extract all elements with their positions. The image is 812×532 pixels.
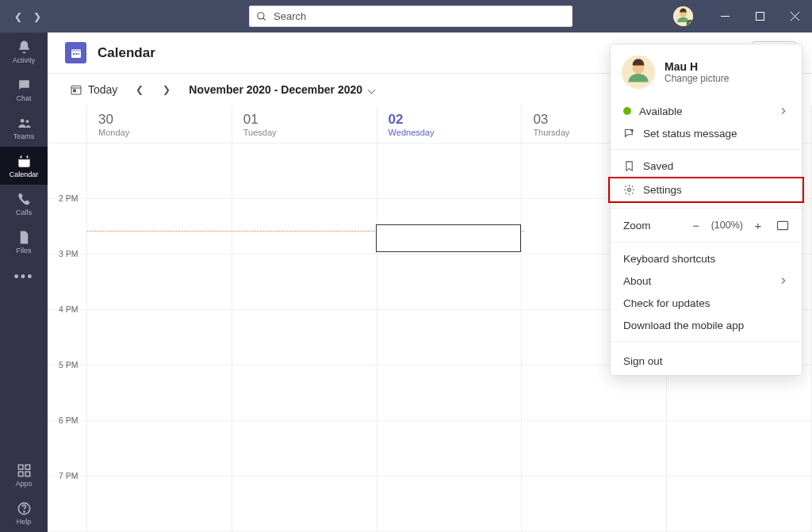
svg-rect-16 <box>18 472 23 477</box>
status-row[interactable]: Available <box>611 100 802 122</box>
prev-period-button[interactable]: ❮ <box>130 80 149 99</box>
nav-more[interactable]: ••• <box>14 261 34 293</box>
day-number: 30 <box>98 112 224 128</box>
day-number: 01 <box>243 112 369 128</box>
calendar-icon <box>17 154 32 169</box>
profile-menu-avatar[interactable] <box>622 55 655 89</box>
svg-rect-32 <box>778 221 788 229</box>
edit-status-icon <box>623 128 635 140</box>
svg-rect-24 <box>78 53 79 55</box>
minimize-button[interactable] <box>707 0 742 33</box>
apps-icon <box>17 463 32 478</box>
titlebar: ❮ ❯ Search <box>0 0 812 33</box>
set-status-label: Set status message <box>643 128 737 140</box>
nav-activity[interactable]: Activity <box>0 33 48 71</box>
hour-label: 7 PM <box>48 471 86 480</box>
nav-label: Help <box>17 518 32 526</box>
set-status-row[interactable]: Set status message <box>611 122 802 144</box>
status-label: Available <box>639 105 683 117</box>
download-app-row[interactable]: Download the mobile app <box>611 314 802 336</box>
check-updates-label: Check for updates <box>623 297 710 309</box>
change-picture-link[interactable]: Change picture <box>665 73 729 84</box>
today-label: Today <box>88 83 117 96</box>
shortcuts-label: Keyboard shortcuts <box>623 253 715 265</box>
sign-out-row[interactable]: Sign out <box>611 346 802 375</box>
download-app-label: Download the mobile app <box>623 320 744 331</box>
day-column[interactable]: 02Wednesday <box>377 105 523 532</box>
status-available-icon <box>623 107 631 115</box>
bell-icon <box>17 40 32 55</box>
svg-point-8 <box>20 118 24 122</box>
history-nav: ❮ ❯ <box>14 11 41 22</box>
calendar-app-icon <box>65 42 86 63</box>
zoom-in-button[interactable]: + <box>749 216 767 234</box>
nav-label: Files <box>16 247 31 255</box>
day-column[interactable]: 30Monday <box>87 105 232 532</box>
day-number: 02 <box>389 112 514 128</box>
nav-label: Chat <box>16 94 31 102</box>
zoom-value: (100%) <box>711 220 743 231</box>
page-title: Calendar <box>98 45 155 61</box>
nav-files[interactable]: Files <box>0 223 48 261</box>
day-column[interactable]: 01Tuesday <box>232 105 377 532</box>
forward-button[interactable]: ❯ <box>33 11 41 22</box>
about-row[interactable]: About <box>611 270 802 292</box>
zoom-row: Zoom − (100%) + <box>611 213 802 237</box>
fullscreen-icon[interactable] <box>776 220 789 231</box>
search-input[interactable]: Search <box>249 6 573 27</box>
nav-teams[interactable]: Teams <box>0 109 48 147</box>
svg-rect-21 <box>71 49 81 52</box>
check-updates-row[interactable]: Check for updates <box>611 292 802 314</box>
maximize-button[interactable] <box>742 0 777 33</box>
date-range-label: November 2020 - December 2020 <box>189 83 362 96</box>
zoom-label: Zoom <box>623 220 651 232</box>
files-icon <box>17 230 32 245</box>
phone-icon <box>17 192 32 207</box>
nav-apps[interactable]: Apps <box>0 456 48 494</box>
svg-rect-5 <box>756 13 764 21</box>
keyboard-shortcuts-row[interactable]: Keyboard shortcuts <box>611 247 802 270</box>
time-gutter: 2 PM 3 PM 4 PM 5 PM 6 PM 7 PM <box>48 105 87 532</box>
day-name: Tuesday <box>243 128 369 137</box>
presence-indicator <box>687 20 693 26</box>
hour-label: 2 PM <box>48 193 86 203</box>
about-label: About <box>623 275 651 287</box>
date-range-picker[interactable]: November 2020 - December 2020 <box>189 83 374 96</box>
svg-point-31 <box>628 189 631 192</box>
help-icon <box>17 501 32 516</box>
nav-chat[interactable]: Chat <box>0 71 48 109</box>
nav-label: Activity <box>13 56 36 64</box>
svg-rect-17 <box>25 472 30 477</box>
svg-point-0 <box>258 12 264 18</box>
zoom-out-button[interactable]: − <box>688 216 705 234</box>
left-nav: Activity Chat Teams Calendar Calls Files… <box>0 33 48 532</box>
chevron-right-icon <box>778 105 789 117</box>
bookmark-icon <box>623 160 635 172</box>
back-button[interactable]: ❮ <box>14 11 22 22</box>
chat-icon <box>17 78 32 93</box>
svg-rect-14 <box>18 465 23 469</box>
sign-out-label: Sign out <box>623 355 663 367</box>
nav-calls[interactable]: Calls <box>0 185 48 223</box>
saved-row[interactable]: Saved <box>611 155 802 177</box>
nav-help[interactable]: Help <box>0 494 48 532</box>
nav-calendar[interactable]: Calendar <box>0 147 48 185</box>
next-period-button[interactable]: ❯ <box>157 80 176 99</box>
nav-label: Calls <box>16 209 32 216</box>
search-placeholder: Search <box>274 10 306 22</box>
today-button[interactable]: Today <box>65 80 122 99</box>
settings-row[interactable]: Settings <box>611 177 802 203</box>
teams-icon <box>17 116 32 131</box>
profile-name: Mau H <box>665 60 729 73</box>
svg-rect-15 <box>25 465 30 469</box>
svg-rect-23 <box>75 53 77 55</box>
hour-label: 3 PM <box>48 249 86 258</box>
calendar-today-icon <box>70 83 82 96</box>
selected-time-slot[interactable] <box>376 224 521 252</box>
profile-avatar[interactable] <box>673 6 693 26</box>
nav-label: Apps <box>16 480 33 488</box>
gear-icon <box>623 184 635 196</box>
search-icon <box>256 11 267 22</box>
close-button[interactable] <box>777 0 812 33</box>
nav-label: Teams <box>13 132 35 140</box>
